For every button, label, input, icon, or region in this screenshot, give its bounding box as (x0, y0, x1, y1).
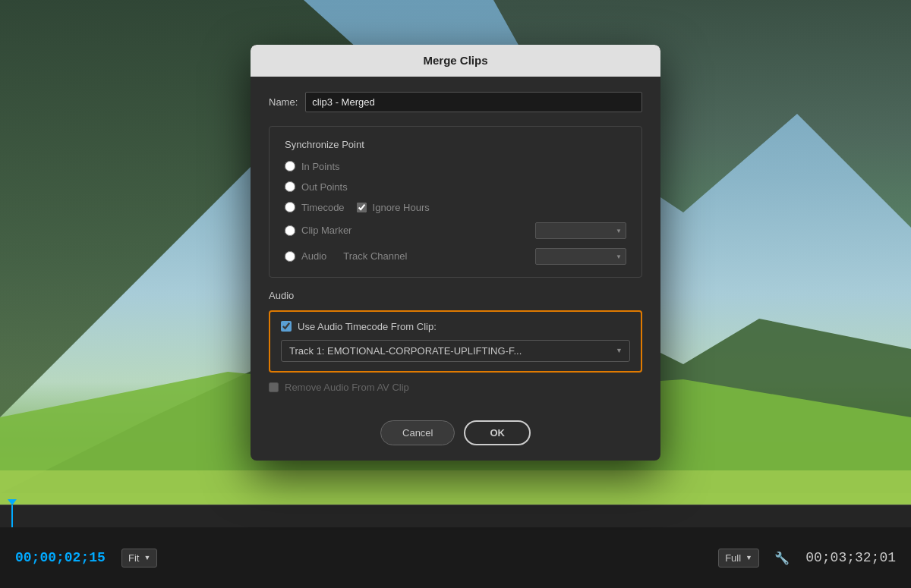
radio-timecode[interactable] (285, 202, 295, 212)
synchronize-section: Synchronize Point In Points Out Points T… (269, 126, 642, 278)
ignore-hours-checkbox[interactable] (357, 203, 367, 212)
audio-highlight-box: Use Audio Timecode From Clip: Track 1: E… (269, 310, 642, 373)
radio-audio-sync[interactable] (285, 251, 295, 262)
dialog-footer: Cancel OK (251, 408, 660, 461)
radio-clip-marker-label: Clip Marker (301, 225, 351, 236)
clip-marker-dropdown[interactable] (535, 222, 626, 239)
ok-button[interactable]: OK (464, 420, 531, 445)
radio-row-in-points: In Points (285, 161, 626, 172)
radio-row-timecode: Timecode Ignore Hours (285, 202, 626, 213)
audio-outer-section: Audio Use Audio Timecode From Clip: Trac… (269, 290, 642, 393)
name-label: Name: (269, 96, 298, 108)
radio-out-points[interactable] (285, 181, 295, 192)
track-dropdown-wrapper: Track 1: EMOTIONAL-CORPORATE-UPLIFTING-F… (281, 340, 630, 362)
merge-clips-dialog: Merge Clips Name: Synchronize Point In P… (251, 45, 660, 461)
dialog-title: Merge Clips (423, 54, 487, 67)
remove-audio-label: Remove Audio From AV Clip (285, 382, 409, 393)
radio-timecode-label: Timecode (301, 202, 345, 213)
radio-in-points[interactable] (285, 161, 295, 171)
radio-audio-sync-label: Audio (301, 250, 326, 262)
radio-row-audio-sync: Audio Track Channel (285, 248, 626, 265)
audio-timecode-row: Use Audio Timecode From Clip: (281, 321, 630, 332)
radio-clip-marker[interactable] (285, 225, 295, 236)
radio-row-out-points: Out Points (285, 181, 626, 193)
radio-out-points-label: Out Points (301, 181, 348, 193)
radio-in-points-label: In Points (301, 161, 340, 172)
cancel-button[interactable]: Cancel (380, 420, 455, 445)
track-channel-label: Track Channel (343, 250, 407, 262)
use-audio-timecode-label: Use Audio Timecode From Clip: (298, 321, 437, 332)
track-dropdown[interactable]: Track 1: EMOTIONAL-CORPORATE-UPLIFTING-F… (281, 340, 630, 362)
ignore-hours-label: Ignore Hours (373, 202, 430, 213)
remove-audio-row: Remove Audio From AV Clip (269, 382, 642, 393)
dialog-body: Name: Synchronize Point In Points Out Po… (251, 77, 660, 408)
remove-audio-checkbox[interactable] (269, 382, 279, 392)
name-row: Name: (269, 92, 642, 112)
radio-row-clip-marker: Clip Marker (285, 222, 626, 239)
synchronize-title: Synchronize Point (285, 139, 626, 150)
clip-marker-dropdown-wrapper (535, 222, 626, 239)
dialog-titlebar: Merge Clips (251, 45, 660, 77)
audio-section-title: Audio (269, 290, 642, 301)
use-audio-timecode-checkbox[interactable] (281, 321, 292, 332)
modal-overlay: Merge Clips Name: Synchronize Point In P… (0, 0, 911, 588)
timecode-extra: Ignore Hours (357, 202, 430, 213)
name-input[interactable] (305, 92, 642, 112)
track-channel-dropdown[interactable] (535, 248, 626, 265)
track-channel-dropdown-wrapper (535, 248, 626, 265)
